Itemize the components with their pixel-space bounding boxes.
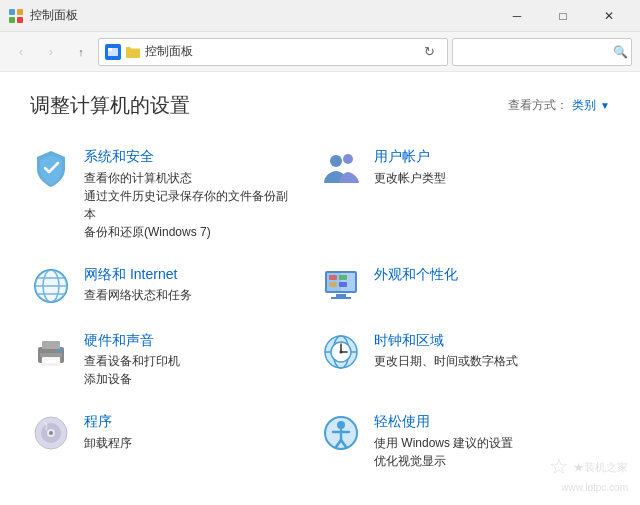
category-programs[interactable]: 程序 卸载程序: [30, 402, 320, 484]
svg-point-37: [340, 350, 343, 353]
category-network-internet[interactable]: 网络和 Internet 查看网络状态和任务: [30, 255, 320, 321]
hardware-sound-subtitle: 查看设备和打印机添加设备: [84, 352, 310, 388]
title-controls: ─ □ ✕: [494, 0, 632, 32]
refresh-button[interactable]: ↻: [417, 40, 441, 64]
category-clock-region[interactable]: 时钟和区域 更改日期、时间或数字格式: [320, 321, 610, 403]
appearance-icon: [320, 265, 362, 307]
main-content: 调整计算机的设置 查看方式： 类别 ▼ 系统和安全 查看你的计算机状态通过文件历…: [0, 72, 640, 504]
hardware-sound-title[interactable]: 硬件和声音: [84, 331, 310, 351]
svg-rect-2: [9, 17, 15, 23]
search-input[interactable]: [459, 45, 609, 59]
watermark: ☆ ★装机之家 www.lotpc.com: [549, 454, 628, 493]
programs-subtitle: 卸载程序: [84, 434, 310, 452]
programs-text: 程序 卸载程序: [84, 412, 310, 452]
view-value: 类别: [572, 97, 596, 114]
svg-rect-26: [40, 353, 62, 357]
nav-bar: ‹ › ↑ 控制面板 ↻ 🔍: [0, 32, 640, 72]
category-appearance[interactable]: 外观和个性化: [320, 255, 610, 321]
breadcrumb-folder-icon: [105, 44, 121, 60]
close-button[interactable]: ✕: [586, 0, 632, 32]
watermark-site1: ★装机之家: [573, 460, 628, 475]
svg-rect-18: [331, 297, 351, 299]
svg-rect-0: [9, 9, 15, 15]
window-title: 控制面板: [30, 7, 78, 24]
system-security-subtitle: 查看你的计算机状态通过文件历史记录保存你的文件备份副本备份和还原(Windows…: [84, 169, 310, 241]
system-security-icon: [30, 147, 72, 189]
view-label: 查看方式：: [508, 97, 568, 114]
app-icon: [8, 8, 24, 24]
page-title: 调整计算机的设置: [30, 92, 190, 119]
clock-region-title[interactable]: 时钟和区域: [374, 331, 600, 351]
network-internet-subtitle: 查看网络状态和任务: [84, 286, 310, 304]
network-internet-icon: [30, 265, 72, 307]
view-arrow-icon: ▼: [600, 100, 610, 111]
user-accounts-icon: [320, 147, 362, 189]
breadcrumb-label: 控制面板: [145, 43, 193, 60]
clock-region-text: 时钟和区域 更改日期、时间或数字格式: [374, 331, 600, 371]
clock-region-subtitle: 更改日期、时间或数字格式: [374, 352, 600, 370]
appearance-title[interactable]: 外观和个性化: [374, 265, 600, 285]
svg-point-6: [330, 155, 342, 167]
programs-title[interactable]: 程序: [84, 412, 310, 432]
accessibility-title[interactable]: 轻松使用: [374, 412, 600, 432]
svg-rect-3: [17, 17, 23, 23]
maximize-button[interactable]: □: [540, 0, 586, 32]
folder-icon: [125, 45, 141, 59]
appearance-text: 外观和个性化: [374, 265, 600, 287]
svg-rect-5: [108, 48, 118, 56]
svg-point-27: [58, 349, 62, 353]
system-security-title[interactable]: 系统和安全: [84, 147, 310, 167]
view-control[interactable]: 查看方式： 类别 ▼: [508, 97, 610, 114]
title-bar-left: 控制面板: [8, 7, 78, 24]
svg-rect-21: [329, 282, 337, 287]
page-header: 调整计算机的设置 查看方式： 类别 ▼: [30, 92, 610, 119]
accessibility-icon: [320, 412, 362, 454]
system-security-text: 系统和安全 查看你的计算机状态通过文件历史记录保存你的文件备份副本备份和还原(W…: [84, 147, 310, 241]
svg-rect-28: [44, 359, 58, 364]
categories-grid: 系统和安全 查看你的计算机状态通过文件历史记录保存你的文件备份副本备份和还原(W…: [30, 137, 610, 484]
hardware-sound-text: 硬件和声音 查看设备和打印机添加设备: [84, 331, 310, 389]
forward-button[interactable]: ›: [38, 39, 64, 65]
svg-point-42: [49, 431, 53, 435]
search-icon[interactable]: 🔍: [613, 45, 628, 59]
watermark-site2: www.lotpc.com: [561, 482, 628, 493]
user-accounts-text: 用户帐户 更改帐户类型: [374, 147, 600, 187]
up-button[interactable]: ↑: [68, 39, 94, 65]
svg-rect-20: [339, 275, 347, 280]
svg-point-7: [343, 154, 353, 164]
svg-point-13: [35, 270, 67, 302]
minimize-button[interactable]: ─: [494, 0, 540, 32]
svg-point-44: [337, 421, 345, 429]
category-system-security[interactable]: 系统和安全 查看你的计算机状态通过文件历史记录保存你的文件备份副本备份和还原(W…: [30, 137, 320, 255]
hardware-sound-icon: [30, 331, 72, 373]
category-user-accounts[interactable]: 用户帐户 更改帐户类型: [320, 137, 610, 255]
svg-rect-24: [42, 341, 60, 349]
svg-rect-1: [17, 9, 23, 15]
user-accounts-title[interactable]: 用户帐户: [374, 147, 600, 167]
network-internet-text: 网络和 Internet 查看网络状态和任务: [84, 265, 310, 305]
title-bar: 控制面板 ─ □ ✕: [0, 0, 640, 32]
network-internet-title[interactable]: 网络和 Internet: [84, 265, 310, 285]
category-hardware-sound[interactable]: 硬件和声音 查看设备和打印机添加设备: [30, 321, 320, 403]
svg-rect-19: [329, 275, 337, 280]
user-accounts-subtitle: 更改帐户类型: [374, 169, 600, 187]
svg-rect-17: [336, 294, 346, 297]
breadcrumb: 控制面板: [125, 43, 413, 60]
svg-rect-22: [339, 282, 347, 287]
back-button[interactable]: ‹: [8, 39, 34, 65]
programs-icon: [30, 412, 72, 454]
clock-region-icon: [320, 331, 362, 373]
search-bar[interactable]: 🔍: [452, 38, 632, 66]
address-bar: 控制面板 ↻: [98, 38, 448, 66]
